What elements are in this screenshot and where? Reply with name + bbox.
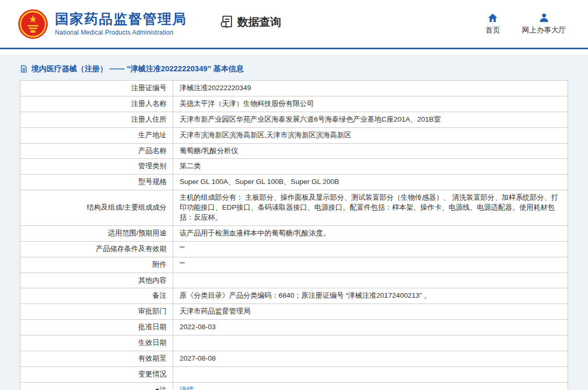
user-icon <box>539 13 549 23</box>
info-table-body: 注册证编号津械注准20222220349注册人名称美德太平洋（天津）生物科技股份… <box>20 81 568 390</box>
row-label: 管理类别 <box>20 159 173 175</box>
table-row: 审批部门天津市药品监督管理局 <box>20 304 568 320</box>
row-label: 适用范围/预期用途 <box>20 225 173 241</box>
home-icon <box>487 13 498 23</box>
info-table: 注册证编号津械注准20222220349注册人名称美德太平洋（天津）生物科技股份… <box>20 80 568 390</box>
detail-link[interactable]: 详情 <box>180 386 194 390</box>
row-value: 2027-08-08 <box>173 351 568 367</box>
nav-home[interactable]: 首页 <box>485 13 500 35</box>
logo-text: 国家药品监督管理局 National Medical Products Admi… <box>55 12 187 37</box>
row-label: 产品名称 <box>20 143 173 159</box>
row-value: 天津市新产业园区华苑产业区海泰发展六道6号海泰绿色产业基地C座201A、201B… <box>173 112 568 127</box>
table-row: 生效日期 <box>20 335 568 351</box>
table-row: 其他内容 <box>20 273 568 288</box>
row-label: 其他内容 <box>20 273 173 288</box>
data-query-label: 数据查询 <box>237 15 281 29</box>
row-value: 津械注准20222220349 <box>173 81 568 96</box>
row-value: 天津市滨海新区滨海高新区,天津市滨海新区滨海高新区 <box>173 127 568 143</box>
table-row: 批准日期2022-08-03 <box>20 320 568 335</box>
row-label: 注册人名称 <box>20 96 173 112</box>
page: 国家药品监督管理局 National Medical Products Admi… <box>0 0 588 390</box>
table-row: 产品名称葡萄糖/乳酸分析仪 <box>20 143 568 159</box>
national-emblem-logo <box>18 9 48 39</box>
table-row: 注册证编号津械注准20222220349 <box>20 81 568 96</box>
table-row: 附件"" <box>20 257 568 273</box>
nav-service-hall-label: 网上办事大厅 <box>522 26 566 35</box>
table-row: 结构及组成/主要组成成分主机的组成部分有： 主板部分、操作面板及显示部分、测试装… <box>20 190 568 226</box>
row-label: 生产地址 <box>20 127 173 143</box>
row-label: 注册证编号 <box>20 81 173 96</box>
row-value: 葡萄糖/乳酸分析仪 <box>173 143 568 159</box>
document-icon <box>20 65 28 73</box>
table-row: 变更情况 <box>20 366 568 382</box>
table-row: ●注详情 <box>20 382 568 390</box>
row-value: 美德太平洋（天津）生物科技股份有限公司 <box>173 96 568 112</box>
row-label: ●注 <box>20 382 173 390</box>
main-content: 境内医疗器械（注册） —— “津械注准20222220349” 基本信息 注册证… <box>0 55 588 390</box>
table-row: 注册人住所天津市新产业园区华苑产业区海泰发展六道6号海泰绿色产业基地C座201A… <box>20 112 568 127</box>
row-value: 第二类 <box>173 159 568 175</box>
row-label: 备注 <box>20 288 173 304</box>
site-title: 国家药品监督管理局 <box>55 12 187 27</box>
row-value: 天津市药品监督管理局 <box>173 304 568 320</box>
table-row: 生产地址天津市滨海新区滨海高新区,天津市滨海新区滨海高新区 <box>20 127 568 143</box>
row-value: "" <box>173 241 568 257</box>
page-title-text: 境内医疗器械（注册） —— “津械注准20222220349” 基本信息 <box>31 64 243 74</box>
site-logo-link[interactable]: 国家药品监督管理局 National Medical Products Admi… <box>18 9 187 39</box>
table-row: 产品储存条件及有效期"" <box>20 241 568 257</box>
row-value: 该产品用于检测血液样本中的葡萄糖/乳酸浓度。 <box>173 225 568 241</box>
row-label: 注册人住所 <box>20 112 173 127</box>
row-value <box>173 366 568 382</box>
row-value: 主机的组成部分有： 主板部分、操作面板及显示部分、测试装置部分（生物传感器）、 … <box>173 190 568 226</box>
header-divider <box>0 48 588 49</box>
top-nav: 首页 网上办事大厅 <box>485 13 566 35</box>
nav-home-label: 首页 <box>485 26 500 35</box>
row-value <box>173 273 568 288</box>
table-row: 型号规格Super GL 100A、Super GL 100B、Super GL… <box>20 175 568 190</box>
row-label: 变更情况 <box>20 366 173 382</box>
table-row: 备注原《分类目录》产品分类编码：6840；原注册证编号 “津械注准2017240… <box>20 288 568 304</box>
table-row: 适用范围/预期用途该产品用于检测血液样本中的葡萄糖/乳酸浓度。 <box>20 225 568 241</box>
site-subtitle: National Medical Products Administration <box>55 29 187 36</box>
row-value: 原《分类目录》产品分类编码：6840；原注册证编号 “津械注准201724002… <box>173 288 568 304</box>
table-row: 管理类别第二类 <box>20 159 568 175</box>
row-value: "" <box>173 257 568 273</box>
row-label: 审批部门 <box>20 304 173 320</box>
table-row: 有效期至2027-08-08 <box>20 351 568 367</box>
row-label: 有效期至 <box>20 351 173 367</box>
site-header: 国家药品监督管理局 National Medical Products Admi… <box>0 0 588 48</box>
row-label: 结构及组成/主要组成成分 <box>20 190 173 226</box>
row-value <box>173 335 568 351</box>
row-value: Super GL 100A、Super GL 100B、Super GL 200… <box>173 175 568 190</box>
row-label: 批准日期 <box>20 320 173 335</box>
row-label: 产品储存条件及有效期 <box>20 241 173 257</box>
data-query-heading: 数据查询 <box>219 15 281 29</box>
table-row: 注册人名称美德太平洋（天津）生物科技股份有限公司 <box>20 96 568 112</box>
data-query-icon <box>219 15 234 29</box>
row-label: 生效日期 <box>20 335 173 351</box>
page-title: 境内医疗器械（注册） —— “津械注准20222220349” 基本信息 <box>20 62 568 80</box>
nav-service-hall[interactable]: 网上办事大厅 <box>522 13 566 35</box>
row-label: 型号规格 <box>20 175 173 190</box>
row-label: 附件 <box>20 257 173 273</box>
row-value: 详情 <box>173 382 568 390</box>
row-value: 2022-08-03 <box>173 320 568 335</box>
